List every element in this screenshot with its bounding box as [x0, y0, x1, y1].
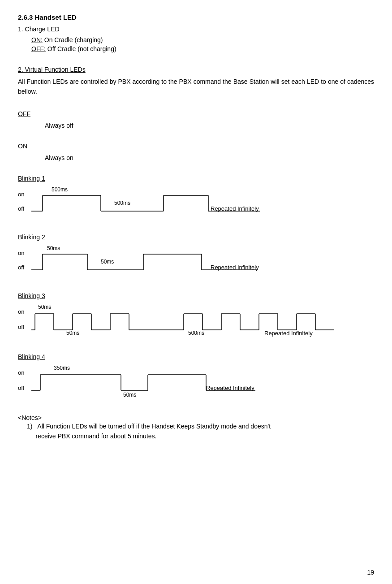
page-number: 19: [367, 569, 374, 576]
charge-led-title: 1. Charge LED: [18, 26, 374, 33]
cadence-blinking3: Blinking 3 on off 50ms 50ms 500ms Repeat…: [18, 292, 374, 340]
cadence-blinking1: Blinking 1 on off 500ms 500ms Repeated I…: [18, 175, 374, 220]
cadence-off: OFF Always off: [18, 110, 374, 129]
virtual-leds-title: 2. Virtual Function LEDs: [18, 66, 374, 73]
blinking2-title: Blinking 2: [18, 234, 374, 241]
cadence-off-title: OFF: [18, 110, 374, 117]
blinking3-waveform: on off 50ms 50ms 500ms Repeated Infinite…: [18, 304, 385, 340]
off-label: OFF:: [31, 45, 46, 52]
charge-led-section: 1. Charge LED ON: On Cradle (charging) O…: [18, 26, 374, 52]
blinking2-waveform: on off 50ms 50ms Repeated Infinitely: [18, 245, 367, 279]
on-label: ON:: [31, 36, 43, 43]
charge-led-items: ON: On Cradle (charging) OFF: Off Cradle…: [18, 36, 374, 52]
cadence-blinking2: Blinking 2 on off 50ms 50ms Repeated Inf…: [18, 234, 374, 279]
notes-header: <Notes>: [18, 414, 374, 421]
notes-section: <Notes> 1) All Function LEDs will be tur…: [18, 414, 374, 441]
cadence-on-desc: Always on: [45, 154, 374, 161]
blinking1-waveform: on off 500ms 500ms Repeated Infinitely: [18, 186, 367, 220]
blinking4-waveform: on off 350ms 50ms Repeated Infinitely: [18, 365, 367, 401]
blinking3-title: Blinking 3: [18, 292, 374, 299]
cadence-off-desc: Always off: [45, 122, 374, 129]
section-title: 2.6.3 Handset LED: [18, 13, 374, 21]
blinking1-title: Blinking 1: [18, 175, 374, 182]
cadence-on-title: ON: [18, 143, 374, 150]
charge-on-item: ON: On Cradle (charging): [31, 36, 374, 43]
note-item-1: 1) All Function LEDs will be turned off …: [27, 421, 374, 441]
cadence-blinking4: Blinking 4 on off 350ms 50ms Repeated In…: [18, 353, 374, 401]
virtual-leds-desc: All Function LEDs are controlled by PBX …: [18, 77, 374, 97]
blinking4-title: Blinking 4: [18, 353, 374, 360]
cadence-on: ON Always on: [18, 143, 374, 161]
charge-off-item: OFF: Off Cradle (not charging): [31, 45, 374, 52]
virtual-leds-section: 2. Virtual Function LEDs All Function LE…: [18, 66, 374, 97]
